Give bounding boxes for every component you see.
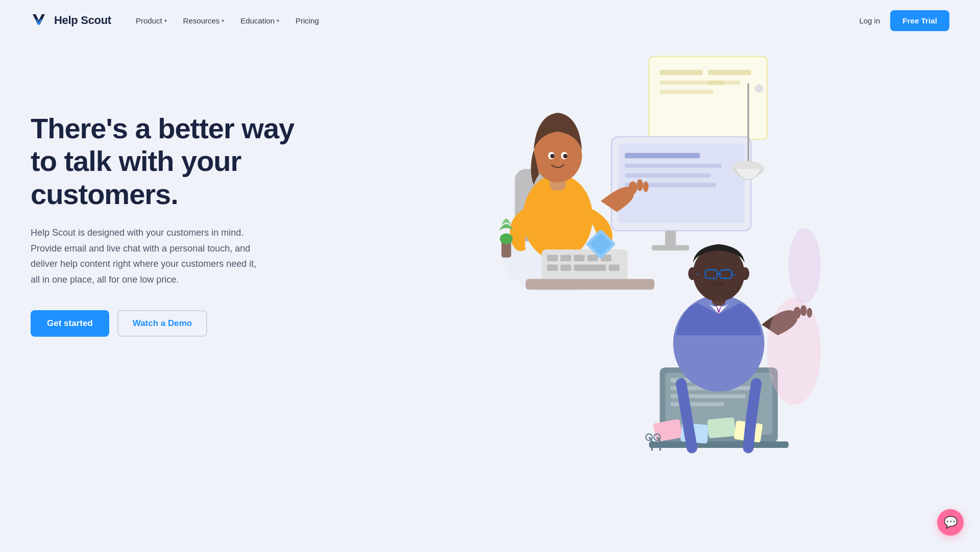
- svg-rect-1: [649, 57, 767, 140]
- svg-rect-34: [574, 255, 584, 261]
- svg-rect-5: [708, 70, 751, 76]
- free-trial-button[interactable]: Free Trial: [890, 10, 949, 31]
- svg-rect-6: [708, 81, 740, 85]
- svg-rect-4: [660, 90, 714, 94]
- svg-point-44: [500, 233, 512, 244]
- nav-links: Product ▾ Resources ▾ Education ▾ Pricin…: [130, 12, 325, 29]
- chat-widget-button[interactable]: 💬: [937, 509, 964, 536]
- login-link[interactable]: Log in: [859, 16, 880, 25]
- svg-rect-51: [649, 441, 789, 448]
- svg-rect-40: [609, 264, 620, 271]
- nav-pricing[interactable]: Pricing: [289, 12, 325, 29]
- education-chevron-icon: ▾: [277, 18, 279, 23]
- svg-point-26: [550, 154, 554, 158]
- hero-illustration: [286, 71, 949, 469]
- resources-chevron-icon: ▾: [222, 18, 224, 23]
- logo-text: Help Scout: [54, 14, 111, 27]
- svg-rect-2: [660, 70, 703, 76]
- svg-point-27: [563, 154, 567, 158]
- navigation: Help Scout Product ▾ Resources ▾ Educati…: [0, 0, 980, 41]
- svg-rect-14: [652, 245, 690, 251]
- hero-content: There's a better way to talk with your c…: [31, 71, 306, 337]
- svg-rect-10: [625, 164, 721, 168]
- svg-rect-35: [587, 255, 598, 261]
- svg-point-29: [636, 179, 643, 191]
- hero-section: There's a better way to talk with your c…: [0, 41, 980, 552]
- svg-point-28: [629, 181, 638, 194]
- chat-bubble-icon: 💬: [944, 516, 958, 529]
- svg-rect-39: [574, 264, 606, 271]
- hero-title: There's a better way to talk with your c…: [31, 112, 306, 211]
- svg-rect-32: [547, 255, 558, 261]
- svg-rect-11: [625, 173, 710, 178]
- illustration-container: [286, 51, 980, 469]
- svg-point-71: [767, 298, 821, 405]
- svg-point-30: [643, 181, 649, 192]
- nav-left: Help Scout Product ▾ Resources ▾ Educati…: [31, 11, 325, 30]
- watch-demo-button[interactable]: Watch a Demo: [117, 310, 208, 337]
- hero-svg: [286, 51, 980, 469]
- svg-rect-37: [547, 264, 558, 271]
- nav-product[interactable]: Product ▾: [130, 12, 173, 29]
- svg-point-17: [755, 84, 764, 93]
- svg-rect-38: [560, 264, 571, 271]
- svg-rect-13: [665, 231, 676, 247]
- logo-link[interactable]: Help Scout: [31, 11, 111, 30]
- svg-rect-54: [707, 417, 736, 438]
- svg-point-66: [688, 267, 697, 280]
- nav-right: Log in Free Trial: [859, 10, 949, 31]
- svg-point-67: [741, 267, 749, 280]
- get-started-button[interactable]: Get started: [31, 310, 109, 337]
- svg-rect-9: [625, 153, 700, 159]
- hero-subtitle: Help Scout is designed with your custome…: [31, 225, 265, 287]
- svg-rect-33: [560, 255, 571, 261]
- product-chevron-icon: ▾: [164, 18, 167, 23]
- svg-rect-73: [526, 279, 654, 290]
- nav-resources[interactable]: Resources ▾: [177, 12, 231, 29]
- svg-point-72: [789, 228, 821, 303]
- nav-education[interactable]: Education ▾: [234, 12, 285, 29]
- hero-buttons: Get started Watch a Demo: [31, 310, 306, 337]
- svg-rect-50: [671, 403, 724, 406]
- logo-icon: [31, 11, 49, 30]
